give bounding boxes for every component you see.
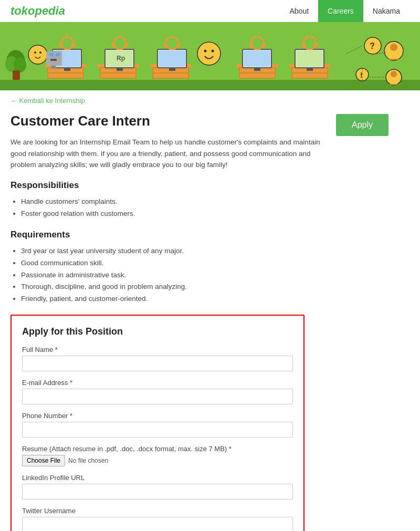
application-form: Apply for this Position Full Name * E-ma… <box>10 315 304 531</box>
twitter-input[interactable] <box>22 517 293 531</box>
svg-point-31 <box>197 42 220 65</box>
svg-point-53 <box>261 43 266 47</box>
svg-point-71 <box>391 71 397 77</box>
svg-rect-50 <box>254 68 260 71</box>
content-area: Customer Care Intern We are looking for … <box>0 111 420 531</box>
phone-label: Phone Number * <box>22 412 293 420</box>
svg-rect-23 <box>101 74 135 78</box>
svg-rect-59 <box>296 50 323 67</box>
twitter-group: Twitter Username <box>22 507 293 531</box>
requirements-title: Requirements <box>10 230 326 240</box>
twitter-label: Twitter Username <box>22 507 293 515</box>
resume-label: Resume (Attach resume in .pdf, .doc, .do… <box>22 445 293 453</box>
svg-rect-5 <box>13 70 20 80</box>
list-item: Thorough, discipline, and good in proble… <box>21 281 326 293</box>
svg-point-30 <box>124 43 128 47</box>
responsibilities-title: Responsibilities <box>10 180 326 191</box>
svg-rect-80 <box>51 66 56 69</box>
svg-point-18 <box>71 43 76 47</box>
nav-careers[interactable]: Careers <box>318 0 363 22</box>
sidebar: Apply <box>336 111 410 531</box>
svg-rect-60 <box>307 68 313 71</box>
nav: About Careers Nakama <box>280 0 410 22</box>
svg-point-33 <box>212 50 214 53</box>
hero-banner: Rp <box>0 22 420 90</box>
svg-point-7 <box>34 51 36 54</box>
svg-point-4 <box>14 58 26 72</box>
form-title: Apply for this Position <box>22 326 293 337</box>
main-content: Customer Care Intern We are looking for … <box>10 111 326 531</box>
svg-point-29 <box>111 43 116 47</box>
linkedin-input[interactable] <box>22 484 293 499</box>
hero-image: Rp <box>0 22 420 90</box>
svg-rect-77 <box>49 53 54 56</box>
header: tokopedia About Careers Nakama <box>0 0 420 22</box>
svg-rect-78 <box>56 53 60 56</box>
list-item: Friendly, patient, and customer-oriented… <box>21 293 326 305</box>
logo[interactable]: tokopedia <box>10 4 65 18</box>
phone-input[interactable] <box>22 422 293 438</box>
responsibilities-list: Handle customers' complaints. Foster goo… <box>21 196 326 220</box>
phone-group: Phone Number * <box>22 412 293 438</box>
svg-text:Rp: Rp <box>117 55 125 62</box>
full-name-label: Full Name * <box>22 346 293 353</box>
full-name-input[interactable] <box>22 356 293 371</box>
email-group: E-mail Address * <box>22 379 293 404</box>
svg-point-8 <box>39 51 41 54</box>
resume-group: Resume (Attach resume in .pdf, .doc, .do… <box>22 445 293 466</box>
full-name-group: Full Name * <box>22 346 293 371</box>
email-input[interactable] <box>22 389 293 404</box>
file-choose-button[interactable]: Choose File <box>22 455 65 466</box>
job-title: Customer Care Intern <box>10 113 326 129</box>
list-item: Good communication skill. <box>21 257 326 269</box>
svg-point-32 <box>204 50 207 53</box>
svg-rect-12 <box>48 74 83 78</box>
svg-rect-37 <box>153 74 188 78</box>
list-item: Passionate in administrative task. <box>21 269 326 282</box>
svg-rect-15 <box>64 68 70 71</box>
back-link[interactable]: ← Kembali ke Internship <box>0 90 420 111</box>
svg-point-43 <box>176 43 181 47</box>
svg-text:?: ? <box>370 41 375 50</box>
svg-point-6 <box>28 45 47 64</box>
job-description: We are looking for an Internship Email T… <box>10 137 326 171</box>
email-label: E-mail Address * <box>22 379 293 387</box>
nav-nakama[interactable]: Nakama <box>363 0 410 22</box>
svg-rect-57 <box>292 74 327 78</box>
svg-point-42 <box>164 43 168 47</box>
svg-point-63 <box>314 43 318 47</box>
svg-point-17 <box>59 43 63 47</box>
svg-rect-79 <box>50 59 57 61</box>
list-item: Foster good relation with customers. <box>21 208 326 220</box>
linkedin-group: LinkedIn Profile URL <box>22 474 293 499</box>
apply-button[interactable]: Apply <box>336 114 388 136</box>
svg-rect-39 <box>159 50 185 67</box>
linkedin-label: LinkedIn Profile URL <box>22 474 293 482</box>
list-item: Handle customers' complaints. <box>21 196 326 208</box>
nav-about[interactable]: About <box>280 0 318 22</box>
list-item: 3rd year or last year university student… <box>21 245 326 257</box>
svg-rect-49 <box>244 50 270 67</box>
svg-rect-40 <box>169 68 175 71</box>
svg-rect-27 <box>117 68 123 71</box>
file-placeholder: No file chosen <box>68 457 108 464</box>
file-input-wrapper: Choose File No file chosen <box>22 455 293 466</box>
svg-point-67 <box>390 44 397 51</box>
svg-rect-1 <box>0 80 420 90</box>
svg-point-62 <box>301 43 306 47</box>
svg-point-52 <box>249 43 253 47</box>
svg-rect-47 <box>240 74 275 78</box>
requirements-list: 3rd year or last year university student… <box>21 245 326 306</box>
